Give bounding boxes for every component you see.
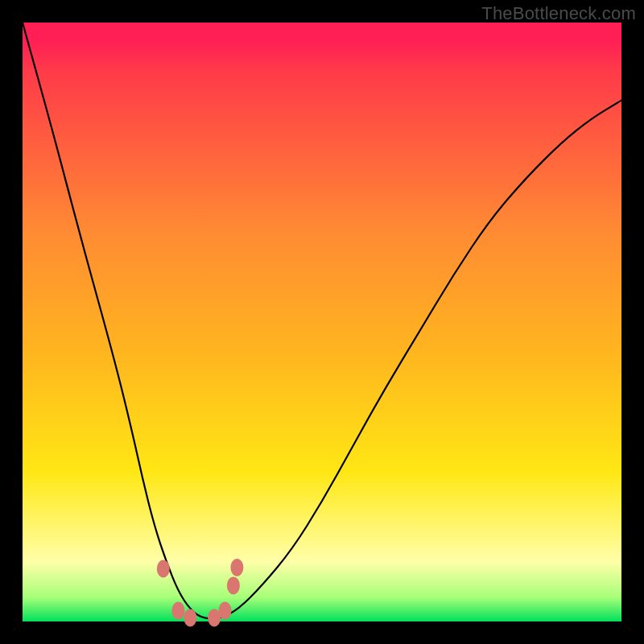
- curve-dot: [230, 559, 243, 576]
- curve-dot: [157, 560, 170, 578]
- watermark-text: TheBottleneck.com: [481, 3, 636, 24]
- curve-dot: [184, 609, 196, 627]
- curve-dot: [219, 602, 232, 620]
- outer-frame: TheBottleneck.com: [0, 0, 644, 644]
- bottleneck-curve-path: [23, 23, 621, 618]
- curve-dot: [171, 602, 184, 620]
- curve-dot: [227, 576, 240, 594]
- plot-area: [23, 23, 621, 621]
- bottleneck-curve-svg: [23, 23, 621, 621]
